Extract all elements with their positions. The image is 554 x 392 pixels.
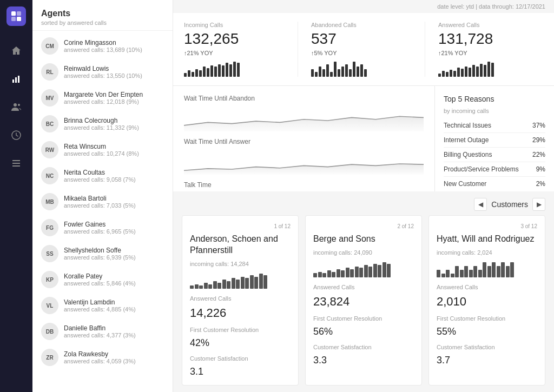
agent-item[interactable]: MV Margarete Von Der Empten answered cal… — [32, 85, 173, 111]
agent-item[interactable]: BC Brinna Colecrough answered calls: 11,… — [32, 111, 173, 137]
agent-avatar: FG — [41, 219, 58, 236]
spark-bar — [318, 272, 322, 277]
agent-name: Shellysheldon Soffe — [64, 247, 136, 254]
spark-bar — [483, 262, 486, 277]
metric-bar — [222, 65, 225, 77]
agent-calls: answered calls: 11,332 (9%) — [64, 124, 139, 131]
metric-bar — [446, 72, 449, 77]
agent-calls: answered calls: 7,033 (5%) — [64, 202, 136, 209]
spark-bar — [213, 281, 217, 289]
spark-bar — [455, 266, 459, 277]
metric-bar — [203, 67, 206, 77]
svg-rect-6 — [18, 76, 19, 83]
card-num: 1 of 12 — [190, 223, 291, 229]
agent-name: Mikaela Bartoli — [64, 195, 136, 202]
spark-bar — [478, 270, 482, 277]
agent-item[interactable]: SS Shellysheldon Soffe answered calls: 6… — [32, 241, 173, 267]
spark-bar — [446, 270, 450, 277]
card-name: Anderson, Schoen and Pfannerstill — [190, 234, 291, 256]
svg-rect-12 — [12, 165, 20, 167]
metric-bar — [237, 63, 240, 77]
agent-item[interactable]: KP Koralle Patey answered calls: 5,846 (… — [32, 267, 173, 293]
card-csat-value: 3.1 — [190, 366, 291, 377]
spark-bar — [245, 278, 249, 289]
metric-bar — [353, 62, 355, 77]
reason-pct: 29% — [532, 136, 545, 144]
agents-subtitle: sorted by answered calls — [41, 19, 164, 26]
metric-value: 537 — [311, 30, 416, 48]
metric-block-1: Abandoned Calls 537 ↑5% YOY — [298, 22, 416, 77]
agent-name: Corine Mingasson — [64, 39, 142, 46]
home-nav-icon[interactable] — [8, 42, 25, 59]
spark-bar — [510, 262, 514, 277]
chart-label: Talk Time — [184, 181, 424, 189]
metric-bar — [188, 70, 190, 77]
menu-nav-icon[interactable] — [8, 155, 25, 172]
chart-nav-icon[interactable] — [8, 70, 25, 88]
customers-next-button[interactable]: ▶ — [532, 198, 545, 211]
metric-bar — [214, 67, 217, 77]
metric-block-0: Incoming Calls 132,265 ↑21% YOY — [184, 22, 289, 77]
people-nav-icon[interactable] — [8, 98, 25, 116]
card-fcr-value: 55% — [437, 326, 537, 337]
agent-info: Brinna Colecrough answered calls: 11,332… — [64, 117, 139, 131]
card-name: Hyatt, Will and Rodriguez — [437, 234, 537, 245]
agent-info: Nerita Coultas answered calls: 9,058 (7%… — [64, 169, 136, 183]
svg-rect-4 — [12, 79, 14, 83]
clock-nav-icon[interactable] — [8, 127, 25, 144]
metric-label: Incoming Calls — [184, 22, 289, 28]
svg-rect-5 — [15, 77, 17, 83]
metric-bar — [210, 65, 213, 77]
reason-pct: 22% — [532, 151, 545, 158]
agent-avatar: RW — [41, 141, 58, 158]
agent-name: Reta Winscum — [64, 143, 139, 150]
chart-section-0: Wait Time Until Abandon — [184, 95, 424, 131]
customers-label: Customers — [491, 200, 528, 209]
spark-bar — [387, 264, 391, 277]
app-logo[interactable] — [6, 6, 26, 26]
agent-item[interactable]: RL Reinwald Lowis answered calls: 13,550… — [32, 59, 173, 85]
agent-item[interactable]: NC Nerita Coultas answered calls: 9,058 … — [32, 163, 173, 189]
spark-bar — [473, 266, 477, 277]
metric-bar — [195, 69, 198, 77]
svg-rect-1 — [17, 11, 21, 16]
metric-yoy: ↑5% YOY — [311, 50, 416, 56]
card-num: 2 of 12 — [313, 223, 414, 229]
agent-item[interactable]: CM Corine Mingasson answered calls: 13,6… — [32, 33, 173, 59]
reasons-subtitle: by incoming calls — [444, 108, 545, 114]
card-fcr-value: 42% — [190, 337, 291, 349]
svg-rect-0 — [11, 11, 16, 16]
agent-item[interactable]: MB Mikaela Bartoli answered calls: 7,033… — [32, 189, 173, 215]
agent-info: Fowler Gaines answered calls: 6,965 (5%) — [64, 221, 136, 235]
metric-bar — [192, 72, 194, 77]
card-fcr-value: 56% — [313, 326, 414, 337]
agent-item[interactable]: FG Fowler Gaines answered calls: 6,965 (… — [32, 215, 173, 241]
reason-row: Internet Outage 29% — [444, 133, 545, 148]
metrics-row: Incoming Calls 132,265 ↑21% YOY Abandone… — [173, 13, 554, 86]
svg-point-8 — [18, 104, 20, 106]
agent-info: Reta Winscum answered calls: 10,274 (8%) — [64, 143, 139, 157]
agent-item[interactable]: ZR Zola Rawkesby answered calls: 4,059 (… — [32, 344, 173, 370]
reason-name: Product/Service Problems — [444, 165, 519, 173]
agent-item[interactable]: RW Reta Winscum answered calls: 10,274 (… — [32, 137, 173, 163]
agent-avatar: MV — [41, 89, 58, 107]
metric-bar — [311, 69, 314, 77]
metric-bar — [357, 67, 359, 77]
agent-avatar: CM — [41, 37, 58, 55]
agent-avatar: VL — [41, 297, 58, 314]
metric-bar — [338, 69, 340, 77]
card-incoming: incoming calls: 24,090 — [313, 249, 414, 256]
card-csat-value: 3.3 — [313, 355, 414, 366]
metric-bar — [469, 68, 471, 77]
agent-item[interactable]: DB Danielle Baffin answered calls: 4,377… — [32, 318, 173, 344]
card-csat-label: Customer Satisfaction — [313, 344, 414, 350]
agent-item[interactable]: VL Valentijn Lambdin answered calls: 4,8… — [32, 293, 173, 318]
metric-block-2: Answered Calls 131,728 ↑21% YOY — [425, 22, 543, 77]
reason-name: Billing Questions — [444, 151, 492, 158]
spark-bar — [506, 266, 510, 277]
spark-bar — [241, 277, 245, 289]
svg-marker-13 — [184, 116, 424, 131]
customers-prev-button[interactable]: ◀ — [474, 198, 487, 211]
metric-label: Abandoned Calls — [311, 22, 416, 28]
reason-pct: 9% — [536, 165, 545, 173]
